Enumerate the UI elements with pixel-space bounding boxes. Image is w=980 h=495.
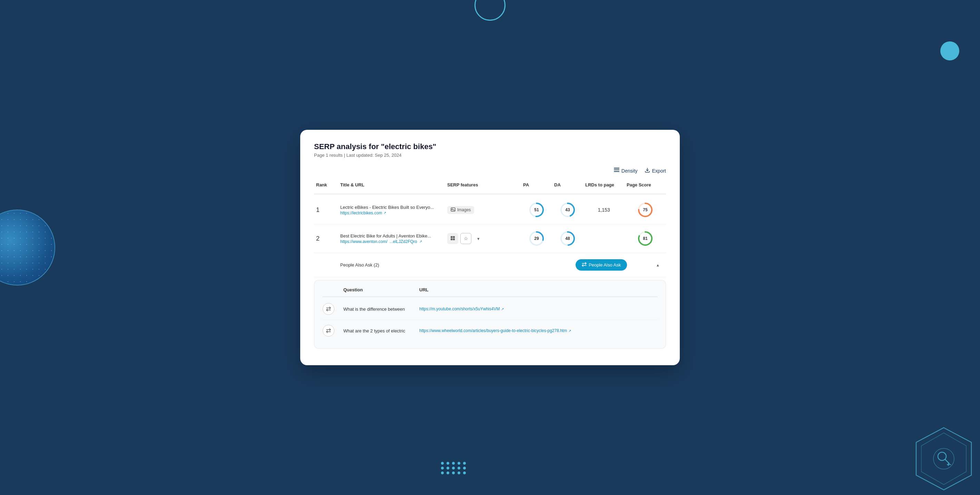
page-score-cell: 81 xyxy=(625,229,666,248)
lrds-cell xyxy=(583,237,625,240)
serp-image-button[interactable] xyxy=(447,233,458,244)
svg-marker-1 xyxy=(921,433,966,485)
serp-images-badge: Images xyxy=(447,206,474,214)
table-row: 1 Lectric eBikes - Electric Bikes Built … xyxy=(314,196,666,224)
page-score-value: 75 xyxy=(643,207,648,212)
export-label: Export xyxy=(652,168,666,173)
url-text-2: ...elLJZd2FQro xyxy=(390,239,417,244)
serp-features-cell: ☆ ▾ xyxy=(445,232,521,245)
density-icon xyxy=(614,168,619,173)
paa-url-link[interactable]: https://www.wheelworld.com/articles/buye… xyxy=(419,328,657,333)
paa-label: People Also Ask (2) xyxy=(338,261,574,269)
da-cell: 43 xyxy=(552,201,583,219)
paa-swap-icon xyxy=(323,325,334,337)
image-grid-icon xyxy=(450,236,455,242)
pa-value: 29 xyxy=(534,236,539,241)
density-label: Density xyxy=(622,168,638,173)
svg-rect-21 xyxy=(451,238,453,240)
bg-hex xyxy=(915,426,973,492)
da-value: 43 xyxy=(565,207,570,212)
images-icon xyxy=(451,207,455,213)
main-card: SERP analysis for "electric bikes" Page … xyxy=(300,130,680,365)
pa-score: 29 xyxy=(529,231,544,247)
bg-dots xyxy=(441,462,466,474)
external-link-icon: ↗ xyxy=(383,211,386,215)
svg-marker-0 xyxy=(916,428,971,490)
svg-point-2 xyxy=(934,449,954,469)
rank-number: 1 xyxy=(316,207,320,213)
results-table: Rank Title & URL SERP features PA DA LRD… xyxy=(314,180,666,349)
svg-rect-19 xyxy=(451,236,453,238)
page-title: SERP analysis for "electric bikes" xyxy=(314,142,666,151)
serp-star-button[interactable]: ☆ xyxy=(460,233,471,244)
th-lrds: LRDs to page xyxy=(583,180,625,190)
pa-cell: 29 xyxy=(521,229,552,248)
page-score-cell: 75 xyxy=(625,201,666,219)
th-page-score: Page Score xyxy=(625,180,666,190)
page-score-value: 81 xyxy=(643,236,648,241)
images-label: Images xyxy=(457,207,471,212)
bg-sphere xyxy=(0,210,55,285)
th-pa: PA xyxy=(521,180,552,190)
paa-collapse-button[interactable]: ▴ xyxy=(653,260,663,270)
paa-question-text: What are the 2 types of electric xyxy=(344,328,419,333)
page-score: 81 xyxy=(637,231,653,247)
pa-value: 51 xyxy=(534,207,539,212)
paa-table-header: Question URL xyxy=(323,287,657,297)
paa-url-cell: https://www.wheelworld.com/articles/buye… xyxy=(419,328,657,333)
paa-item: What is the difference between https://m… xyxy=(323,298,657,320)
da-value: 48 xyxy=(565,236,570,241)
paa-expanded-section: Question URL What is the difference betw… xyxy=(314,280,666,349)
url-text: https://lectricbikes.com xyxy=(340,210,382,215)
serp-expand-button[interactable]: ▾ xyxy=(473,234,483,244)
da-score: 48 xyxy=(560,231,576,247)
pa-cell: 51 xyxy=(521,201,552,219)
paa-url-link[interactable]: https://m.youtube.com/shorts/x5uYwhis4VM… xyxy=(419,307,657,311)
rank-cell: 1 xyxy=(314,205,338,215)
bg-circle-top xyxy=(474,0,506,21)
swap-icon xyxy=(582,262,587,268)
svg-rect-9 xyxy=(614,171,619,172)
paa-url-text: https://www.wheelworld.com/articles/buye… xyxy=(419,328,567,333)
density-button[interactable]: Density xyxy=(614,168,638,173)
rank-number: 2 xyxy=(316,235,320,242)
paa-question-text: What is the difference between xyxy=(344,307,419,312)
paa-icon-cell xyxy=(323,303,344,315)
url-text: https://www.aventon.com/ xyxy=(340,239,388,244)
page-subtitle: Page 1 results | Last updated: Sep 25, 2… xyxy=(314,153,666,158)
svg-rect-7 xyxy=(614,168,619,169)
paa-item: What are the 2 types of electric https:/… xyxy=(323,320,657,341)
svg-rect-22 xyxy=(453,238,455,240)
paa-row: People Also Ask (2) People Also Ask ▴ xyxy=(314,253,666,277)
svg-rect-20 xyxy=(453,236,455,238)
th-da: DA xyxy=(552,180,583,190)
export-button[interactable]: Export xyxy=(644,167,666,174)
table-row: 2 Best Electric Bike for Adults | Avento… xyxy=(314,224,666,253)
external-link-icon: ↗ xyxy=(501,307,504,311)
page-score: 75 xyxy=(637,202,653,218)
table-header: Rank Title & URL SERP features PA DA LRD… xyxy=(314,180,666,194)
paa-btn-label: People Also Ask xyxy=(589,263,621,267)
chevron-down-icon: ▾ xyxy=(477,236,480,241)
chevron-up-icon: ▴ xyxy=(657,263,659,267)
lrds-cell: 1,153 xyxy=(583,206,625,214)
lrds-value: 1,153 xyxy=(598,207,610,213)
title-url-cell: Best Electric Bike for Adults | Aventon … xyxy=(338,232,445,245)
paa-swap-icon xyxy=(323,303,334,315)
paa-th-icon xyxy=(323,287,344,292)
pa-score: 51 xyxy=(529,202,544,218)
serp-features-cell: Images xyxy=(445,205,521,215)
star-icon: ☆ xyxy=(464,236,468,241)
result-url[interactable]: https://www.aventon.com/ xyxy=(340,239,388,244)
svg-line-4 xyxy=(945,459,950,464)
da-cell: 48 xyxy=(552,229,583,248)
paa-url-cell: https://m.youtube.com/shorts/x5uYwhis4VM… xyxy=(419,307,657,311)
svg-rect-8 xyxy=(614,169,619,170)
da-score: 43 xyxy=(560,202,576,218)
bg-circle-right xyxy=(940,41,959,60)
result-url[interactable]: https://lectricbikes.com ↗ xyxy=(340,210,443,215)
result-title: Lectric eBikes - Electric Bikes Built so… xyxy=(340,205,443,210)
paa-filter-button[interactable]: People Also Ask xyxy=(576,259,627,271)
external-link-icon: ↗ xyxy=(568,329,571,333)
th-rank: Rank xyxy=(314,180,338,190)
